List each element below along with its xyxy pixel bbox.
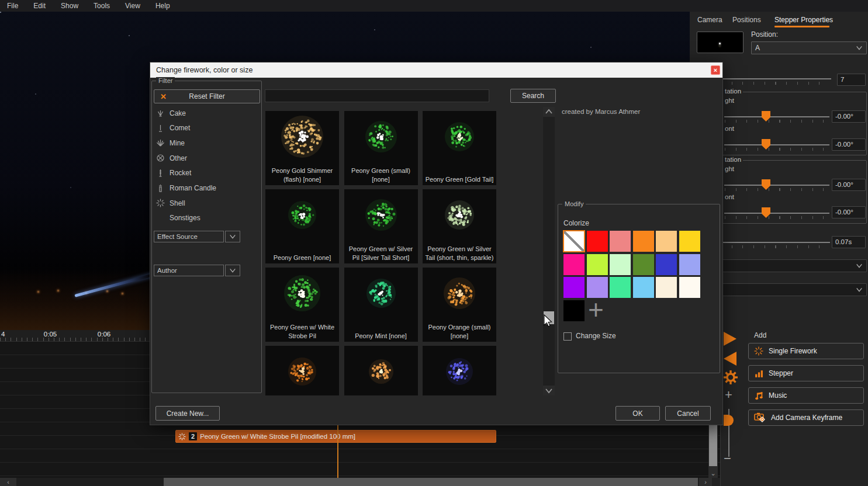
- add-single-firework-button[interactable]: Single Firework: [748, 343, 864, 359]
- colorize-swatch-a201f4[interactable]: [563, 277, 585, 298]
- tab-positions[interactable]: Positions: [732, 16, 761, 24]
- menu-view[interactable]: View: [125, 2, 140, 10]
- tab-camera[interactable]: Camera: [697, 16, 722, 24]
- firework-thumbnail-peony-green-w-white-strobe-pil[interactable]: Peony Green w/ White Strobe Pil: [265, 268, 339, 342]
- search-input[interactable]: [265, 89, 489, 102]
- colorize-swatch-fb0f90[interactable]: [563, 254, 585, 275]
- colorize-swatch-9ba4f4[interactable]: [679, 254, 700, 275]
- ok-button[interactable]: OK: [615, 406, 660, 421]
- zoom-out-icon[interactable]: −: [724, 451, 731, 466]
- firework-thumbnail[interactable]: [344, 346, 418, 395]
- gear-icon[interactable]: [721, 368, 740, 387]
- active-tab-underline: [774, 26, 829, 27]
- colorize-swatch-3639cc[interactable]: [656, 254, 677, 275]
- change-size-checkbox[interactable]: [563, 332, 572, 341]
- zoom-in-icon[interactable]: +: [725, 387, 732, 402]
- scrollbar-up-button[interactable]: [543, 107, 555, 117]
- rotation-front-slider[interactable]: [724, 144, 829, 145]
- time-value-box[interactable]: 0.07s: [832, 236, 866, 248]
- rotation-front-value[interactable]: -0.00°: [832, 138, 866, 151]
- colorize-swatch-40ea99[interactable]: [610, 277, 631, 298]
- colorize-swatch-none[interactable]: [563, 230, 585, 252]
- firework-thumbnail[interactable]: [265, 346, 339, 395]
- filter-category-sonstiges[interactable]: Sonstiges: [156, 214, 255, 222]
- rewind-button[interactable]: [724, 352, 736, 366]
- colorize-swatch-5a8c2b[interactable]: [633, 254, 654, 275]
- position-select[interactable]: A: [751, 41, 867, 54]
- author-dropdown[interactable]: Author: [154, 265, 224, 276]
- timeline-horizontal-scrollbar[interactable]: ‹ ›: [0, 478, 720, 486]
- rotation2-right-slider[interactable]: [724, 185, 829, 186]
- firework-thumbnail-peony-green-gold-tail[interactable]: Peony Green [Gold Tail]: [423, 111, 496, 185]
- colorize-swatch-fd0d0d[interactable]: [587, 231, 608, 252]
- filter-category-other[interactable]: Other: [156, 154, 255, 162]
- scrollbar-down-button[interactable]: ⌄: [708, 468, 718, 478]
- firework-thumbnail-peony-mint-none[interactable]: Peony Mint [none]: [344, 268, 418, 342]
- rotation2-right-value[interactable]: -0.00°: [832, 179, 866, 191]
- add-music-button[interactable]: Music: [748, 387, 864, 404]
- cancel-button[interactable]: Cancel: [665, 406, 711, 421]
- menu-file[interactable]: File: [7, 2, 18, 10]
- author-dropdown-button[interactable]: [225, 265, 240, 276]
- reset-filter-button[interactable]: ✕ Reset Filter: [154, 89, 260, 103]
- count-value-box[interactable]: 7: [837, 74, 866, 86]
- filter-category-shell[interactable]: Shell: [156, 199, 255, 207]
- close-icon[interactable]: ×: [711, 65, 720, 75]
- firework-thumbnail[interactable]: [423, 346, 496, 395]
- grid-scrollbar[interactable]: [543, 107, 555, 395]
- colorize-swatch-fefaf1[interactable]: [679, 277, 700, 298]
- colorize-swatch-fbc983[interactable]: [656, 231, 677, 252]
- filter-category-rocket[interactable]: Rocket: [156, 169, 255, 178]
- dialog-title-bar[interactable]: Change firework, color or size: [150, 63, 722, 78]
- colorize-swatch-ccfbcb[interactable]: [610, 254, 631, 275]
- effect-source-dropdown-button[interactable]: [225, 231, 240, 242]
- tab-stepper-properties[interactable]: Stepper Properties: [774, 16, 833, 24]
- option-dropdown-1[interactable]: [721, 259, 867, 272]
- rotation-right-slider[interactable]: [724, 116, 829, 117]
- playhead[interactable]: [337, 422, 338, 478]
- firework-preview-thumbnail[interactable]: [697, 32, 743, 53]
- filter-category-cake[interactable]: Cake: [156, 109, 255, 117]
- colorize-swatch-ee8585[interactable]: [610, 231, 631, 252]
- scrollbar-down-button[interactable]: [543, 386, 555, 395]
- menu-edit[interactable]: Edit: [33, 2, 46, 10]
- create-new-button[interactable]: Create New...: [155, 406, 220, 421]
- colorize-swatch-000000[interactable]: [563, 300, 585, 321]
- play-button[interactable]: [724, 332, 736, 346]
- firework-thumbnail-peony-green-w-silver-tail-short-thin-sparkle[interactable]: Peony Green w/ Silver Tail (short, thin,…: [423, 189, 496, 263]
- colorize-swatch-fbf1dd[interactable]: [656, 277, 677, 298]
- scrollbar-right-button[interactable]: ›: [699, 478, 712, 486]
- add-color-button[interactable]: +: [588, 299, 604, 320]
- add-add-camera-keyframe-button[interactable]: Add Camera Keyframe: [748, 409, 864, 426]
- scrollbar-thumb[interactable]: [544, 311, 554, 324]
- firework-thumbnail-peony-green-small-none[interactable]: Peony Green (small) [none]: [344, 111, 418, 185]
- option-dropdown-2[interactable]: [721, 283, 867, 296]
- rotation2-front-slider[interactable]: [724, 213, 829, 214]
- colorize-swatch-75cdf5[interactable]: [633, 277, 654, 298]
- firework-image: [423, 111, 496, 164]
- menu-show[interactable]: Show: [61, 2, 78, 10]
- filter-category-mine[interactable]: Mine: [156, 138, 255, 147]
- colorize-swatch-c0f53a[interactable]: [587, 254, 608, 275]
- firework-thumbnail-peony-orange-small-none[interactable]: Peony Orange (small) [none]: [423, 268, 496, 342]
- rotation2-front-value[interactable]: -0.00°: [832, 206, 866, 218]
- firework-thumbnail-peony-green-w-silver-pil-silver-tail-short[interactable]: Peony Green w/ Silver Pil [Silver Tail S…: [344, 189, 418, 263]
- timeline-event-bar[interactable]: 2 Peony Green w/ White Strobe Pil [modif…: [175, 430, 496, 443]
- effect-source-dropdown[interactable]: Effect Source: [154, 231, 224, 242]
- search-button[interactable]: Search: [510, 89, 556, 103]
- add-stepper-button[interactable]: Stepper: [748, 365, 864, 381]
- filter-category-roman-candle[interactable]: Roman Candle: [156, 184, 255, 193]
- menu-help[interactable]: Help: [155, 2, 170, 10]
- colorize-swatch-aa8cf2[interactable]: [587, 277, 608, 298]
- firework-thumbnail-peony-gold-shimmer-flash-none[interactable]: Peony Gold Shimmer (flash) [none]: [265, 111, 339, 185]
- colorize-swatch-f8861c[interactable]: [633, 231, 654, 252]
- count-slider[interactable]: [720, 78, 831, 79]
- rotation-right-value[interactable]: -0.00°: [832, 110, 866, 123]
- menu-tools[interactable]: Tools: [94, 2, 110, 10]
- filter-category-comet[interactable]: Comet: [156, 124, 255, 133]
- scrollbar-left-button[interactable]: ‹: [0, 478, 16, 486]
- firework-thumbnail-peony-green-none[interactable]: Peony Green [none]: [265, 189, 339, 263]
- time-slider[interactable]: [720, 242, 830, 243]
- colorize-swatch-fdd51b[interactable]: [679, 231, 700, 252]
- scrollbar-thumb[interactable]: [164, 478, 698, 486]
